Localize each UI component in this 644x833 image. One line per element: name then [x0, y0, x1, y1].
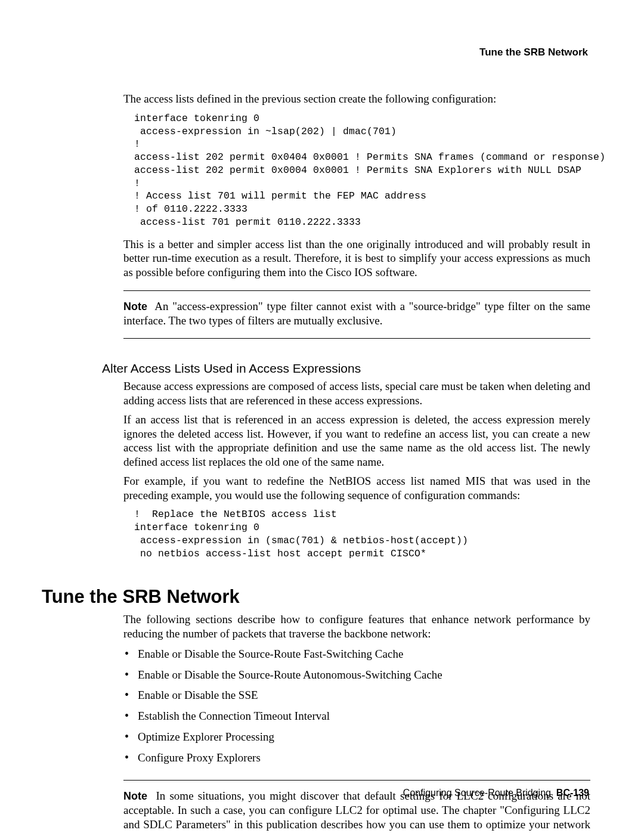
list-item-text: Enable or Disable the Source-Route Auton…: [138, 668, 442, 681]
paragraph: The following sections describe how to c…: [123, 612, 590, 641]
list-item-text: Configure Proxy Explorers: [138, 751, 261, 764]
code-block-1: interface tokenring 0 access-expression …: [134, 112, 590, 229]
list-item: Enable or Disable the Source-Route Auton…: [123, 668, 590, 682]
main-heading-wrap: Tune the SRB Network: [42, 586, 590, 608]
list-item-text: Optimize Explorer Processing: [138, 730, 274, 743]
note-label: Note: [123, 790, 147, 802]
paragraph: This is a better and simpler access list…: [123, 237, 590, 280]
note-paragraph: Note An "access-expression" type filter …: [123, 299, 590, 328]
heading-level-1: Tune the SRB Network: [42, 586, 590, 608]
heading-level-3: Alter Access Lists Used in Access Expres…: [102, 361, 590, 376]
list-item: Optimize Explorer Processing: [123, 730, 590, 744]
paragraph: Because access expressions are composed …: [123, 379, 590, 408]
running-head: Tune the SRB Network: [56, 47, 588, 58]
list-item-text: Enable or Disable the SSE: [138, 689, 258, 701]
list-item: Enable or Disable the SSE: [123, 688, 590, 702]
footer-page-number: BC-139: [556, 788, 589, 798]
list-item-text: Enable or Disable the Source-Route Fast-…: [138, 648, 403, 660]
page-container: Tune the SRB Network The access lists de…: [0, 0, 644, 833]
body-column: The access lists defined in the previous…: [123, 92, 590, 339]
note-text: An "access-expression" type filter canno…: [123, 300, 590, 327]
body-column: Because access expressions are composed …: [123, 379, 590, 560]
intro-paragraph: The access lists defined in the previous…: [123, 92, 590, 106]
paragraph: For example, if you want to redefine the…: [123, 474, 590, 503]
footer-chapter: Configuring Source-Route Bridging: [403, 788, 551, 798]
list-item-text: Establish the Connection Timeout Interva…: [138, 710, 330, 722]
subsection: Alter Access Lists Used in Access Expres…: [102, 361, 590, 376]
code-block-2: ! Replace the NetBIOS access list interf…: [134, 508, 590, 560]
page-footer: Configuring Source-Route Bridging BC-139: [403, 788, 589, 798]
bullet-list: Enable or Disable the Source-Route Fast-…: [123, 647, 590, 765]
paragraph: If an access list that is referenced in …: [123, 413, 590, 469]
list-item: Configure Proxy Explorers: [123, 751, 590, 765]
list-item: Establish the Connection Timeout Interva…: [123, 709, 590, 723]
list-item: Enable or Disable the Source-Route Fast-…: [123, 647, 590, 661]
horizontal-rule: [123, 780, 590, 781]
horizontal-rule: [123, 338, 590, 339]
note-label: Note: [123, 301, 147, 312]
body-column: The following sections describe how to c…: [123, 612, 590, 833]
horizontal-rule: [123, 290, 590, 291]
